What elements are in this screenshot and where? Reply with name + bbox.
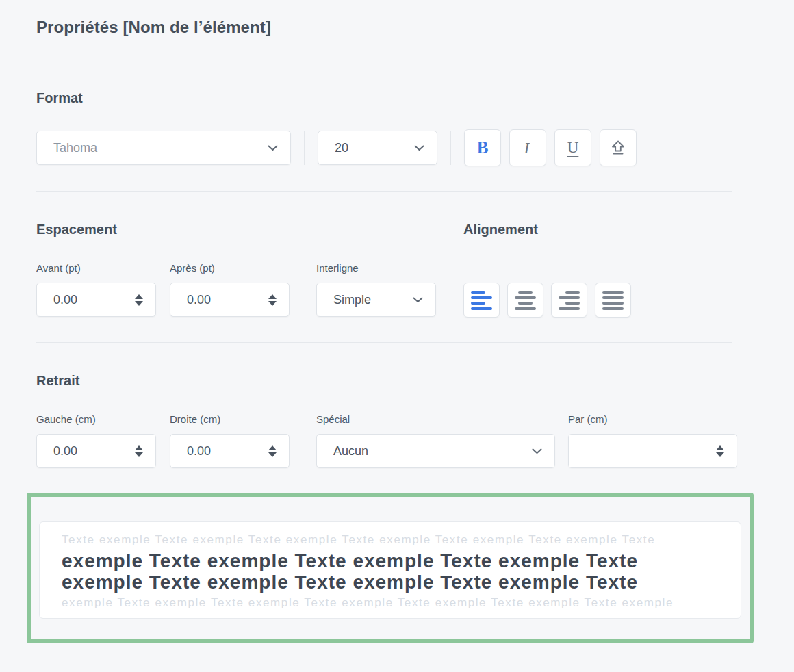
align-center-icon xyxy=(515,291,536,310)
preview-box: Texte exemple Texte exemple Texte exempl… xyxy=(39,521,741,619)
line-spacing-label: Interligne xyxy=(316,262,436,274)
align-left-button[interactable] xyxy=(463,283,500,318)
indent-by-field[interactable] xyxy=(568,434,737,468)
uppercase-arrow-icon xyxy=(609,139,627,157)
spacing-alignment-section: Espacement Avant (pt) 0.00 Après (pt) 0.… xyxy=(36,192,758,318)
chevron-down-icon xyxy=(414,145,424,151)
indent-left-field[interactable]: 0.00 xyxy=(36,434,156,468)
indent-right-field[interactable]: 0.00 xyxy=(170,434,290,468)
indent-left-label: Gauche (cm) xyxy=(36,413,156,426)
line-spacing-select[interactable]: Simple xyxy=(316,283,436,317)
special-indent-group: Spécial Aucun xyxy=(316,413,555,468)
bold-icon: B xyxy=(477,138,489,157)
indent-right-group: Droite (cm) 0.00 xyxy=(170,413,290,468)
indent-right-value: 0.00 xyxy=(187,444,260,458)
vertical-divider xyxy=(303,283,303,317)
indent-right-label: Droite (cm) xyxy=(170,413,290,426)
properties-panel: Propriétés [Nom de l’élément] Format Tah… xyxy=(0,0,794,672)
indent-left-value: 0.00 xyxy=(53,444,127,458)
font-family-value: Tahoma xyxy=(53,141,259,155)
bold-button[interactable]: B xyxy=(464,129,501,166)
indent-by-group: Par (cm) xyxy=(568,413,737,468)
align-justify-button[interactable] xyxy=(595,283,631,318)
indent-by-label: Par (cm) xyxy=(568,413,737,426)
underline-button[interactable]: U xyxy=(554,129,591,166)
spin-down-icon[interactable] xyxy=(716,452,724,457)
spacing-after-label: Après (pt) xyxy=(170,262,290,274)
font-family-select[interactable]: Tahoma xyxy=(36,131,291,165)
spacing-after-value: 0.00 xyxy=(187,293,260,307)
italic-icon: I xyxy=(524,139,532,157)
line-spacing-value: Simple xyxy=(333,293,405,307)
spin-down-icon[interactable] xyxy=(268,301,277,306)
spacing-before-value: 0.00 xyxy=(53,293,127,307)
preview-line: Texte exemple Texte exemple Texte exempl… xyxy=(62,530,719,550)
spin-up-icon[interactable] xyxy=(268,294,277,299)
format-controls-row: Tahoma 20 B I xyxy=(36,129,758,166)
stepper-icon[interactable] xyxy=(268,294,277,306)
preview-line: exemple Texte exemple Texte exemple Text… xyxy=(62,571,719,593)
chevron-down-icon xyxy=(532,448,542,454)
spin-up-icon[interactable] xyxy=(135,445,143,450)
spin-down-icon[interactable] xyxy=(268,452,277,457)
alignement-heading: Alignement xyxy=(463,220,631,238)
chevron-down-icon xyxy=(268,145,278,151)
alignement-section: Alignement xyxy=(463,192,631,318)
align-right-icon xyxy=(559,291,580,310)
vertical-divider xyxy=(303,434,303,468)
spacing-after-field[interactable]: 0.00 xyxy=(170,283,290,317)
alignment-button-group xyxy=(463,283,631,318)
special-indent-label: Spécial xyxy=(316,413,555,426)
uppercase-button[interactable] xyxy=(600,129,637,166)
spin-up-icon[interactable] xyxy=(716,445,724,450)
font-size-select[interactable]: 20 xyxy=(318,131,437,165)
spin-down-icon[interactable] xyxy=(135,452,143,457)
chevron-down-icon xyxy=(413,297,423,303)
align-left-icon xyxy=(471,291,492,310)
format-heading: Format xyxy=(36,89,758,107)
stepper-icon[interactable] xyxy=(135,445,143,457)
stepper-icon[interactable] xyxy=(716,445,724,457)
vertical-divider xyxy=(304,131,305,165)
spacing-before-group: Avant (pt) 0.00 xyxy=(36,262,156,317)
retrait-heading: Retrait xyxy=(36,372,758,389)
font-size-value: 20 xyxy=(335,141,406,155)
special-indent-value: Aucun xyxy=(333,444,524,458)
spacing-before-label: Avant (pt) xyxy=(36,262,156,274)
spin-down-icon[interactable] xyxy=(135,301,143,306)
underline-icon: U xyxy=(567,139,579,157)
spacing-after-group: Après (pt) 0.00 xyxy=(170,262,290,317)
stepper-icon[interactable] xyxy=(135,294,143,306)
espacement-section: Espacement Avant (pt) 0.00 Après (pt) 0.… xyxy=(36,192,436,318)
spacing-before-field[interactable]: 0.00 xyxy=(36,283,156,317)
text-style-button-group: B I U xyxy=(464,129,637,166)
retrait-section: Retrait Gauche (cm) 0.00 Droite (cm) 0.0… xyxy=(36,372,758,468)
preview-line: exemple Texte exemple Texte exemple Text… xyxy=(62,593,719,613)
preview-line: exemple Texte exemple Texte exemple Text… xyxy=(62,550,719,571)
align-justify-icon xyxy=(602,291,624,310)
title-divider xyxy=(36,60,794,60)
align-right-button[interactable] xyxy=(551,283,587,318)
page-title: Propriétés [Nom de l’élément] xyxy=(36,16,758,38)
format-section: Format Tahoma 20 B I xyxy=(36,89,758,192)
espacement-fields-row: Avant (pt) 0.00 Après (pt) 0.00 Interl xyxy=(36,262,436,317)
align-center-button[interactable] xyxy=(507,283,543,318)
italic-button[interactable]: I xyxy=(509,129,546,166)
espacement-heading: Espacement xyxy=(36,220,436,238)
section-divider xyxy=(36,342,732,343)
indent-left-group: Gauche (cm) 0.00 xyxy=(36,413,156,468)
stepper-icon[interactable] xyxy=(268,445,277,457)
line-spacing-group: Interligne Simple xyxy=(316,262,436,317)
spin-up-icon[interactable] xyxy=(135,294,143,299)
spin-up-icon[interactable] xyxy=(268,445,277,450)
vertical-divider xyxy=(450,131,451,165)
retrait-fields-row: Gauche (cm) 0.00 Droite (cm) 0.00 Spécia… xyxy=(36,413,758,468)
preview-highlight-frame: Texte exemple Texte exemple Texte exempl… xyxy=(27,493,754,643)
special-indent-select[interactable]: Aucun xyxy=(316,434,555,468)
